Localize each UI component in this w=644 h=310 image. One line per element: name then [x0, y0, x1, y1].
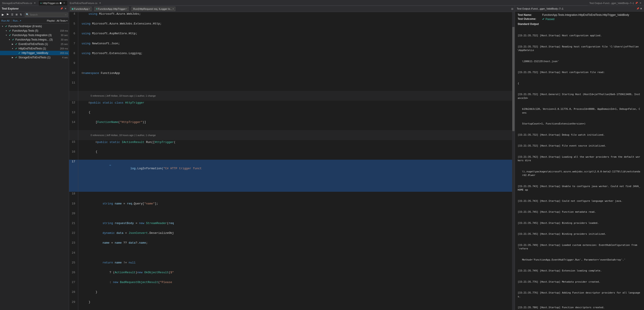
- log-line-15: [15:21:35.776] [Host.Startup] Metadata p…: [518, 280, 641, 284]
- tree-item-httpendtoend[interactable]: ▾ ✔ HttpEndToEndTests (1) 269 ms: [0, 46, 69, 51]
- toolbar-icon-group[interactable]: ⊞: [15, 13, 18, 16]
- tab-endtoend[interactable]: EndToEndTestFixture.cs ✕: [68, 0, 104, 5]
- expand-icon-6: [14, 51, 17, 54]
- test-output-content: Test Name: FunctionApp.Tests.Integration…: [515, 11, 644, 310]
- log-line-9: [15:21:35.743] [Host.Startup] Could not …: [518, 199, 641, 203]
- item-label-5: HttpEndToEndTests (1): [18, 47, 58, 50]
- icon-functionapp: ▣: [72, 7, 74, 10]
- test-explorer-panel: Test Explorer 📌 ✕ ▶ ⚑ ☰ ⊞ ⇅ 🔍 →: [0, 6, 69, 310]
- expand-icon-2[interactable]: ▾: [5, 34, 8, 37]
- code-line-15: 15 ⊟public static IActionResult Run([Htt…: [69, 140, 512, 150]
- tree-item-integration3[interactable]: ▾ ✔ FunctionApp.Tests.Integration (3) 30…: [0, 33, 69, 37]
- tree-item-eventendtoend[interactable]: ▶ ✔ EventEndToEndTests (1) 25 sec: [0, 42, 69, 46]
- pin-icon[interactable]: 📌: [635, 2, 638, 4]
- code-content-area[interactable]: 4 using Microsoft.Azure.WebJobs; 5 using…: [69, 12, 515, 310]
- code-line-29: 29 }: [69, 300, 512, 310]
- tab-test-output-close[interactable]: ✕: [639, 1, 642, 5]
- test-name-label: Test Name:: [518, 13, 542, 16]
- status-icon-5: ✔: [15, 47, 18, 50]
- item-duration-3: 30 sec: [60, 38, 68, 41]
- tab-httptrigger-close[interactable]: ✕: [62, 1, 66, 5]
- pass-check-icon: ✔: [542, 17, 544, 21]
- close-icon-right[interactable]: ✕: [640, 7, 642, 10]
- tab-storage[interactable]: StorageEndToEndTests.cs ✕: [0, 0, 38, 5]
- status-icon-1: ✔: [8, 29, 12, 32]
- log-line-2b: \180611-152135\host.json': [518, 60, 641, 63]
- item-duration-2: 30 sec: [60, 34, 68, 36]
- test-outcome-row: Test Outcome: ✔ Passed: [518, 17, 641, 21]
- toolbar-icon-list[interactable]: ☰: [10, 13, 14, 16]
- log-line-1: [15:21:35.732] [Host.Startup] Host confi…: [518, 34, 641, 38]
- toolbar-icon-sort[interactable]: ⇅: [19, 13, 23, 16]
- tab-storage-close[interactable]: ✕: [33, 1, 36, 5]
- chevron-1: ▾: [89, 8, 90, 10]
- breadcrumb-2[interactable]: ⊕ FunctionApp.HttpTrigger ▾: [94, 7, 129, 11]
- code-line-27: 27 : new BadRequestObjectResult("Please: [69, 280, 512, 290]
- run-all-link[interactable]: Run All: [1, 19, 9, 22]
- code-vertical-scrollbar[interactable]: [512, 12, 515, 310]
- expand-icon-1[interactable]: ▾: [5, 29, 8, 32]
- tree-item-integra3[interactable]: ▾ ✔ FunctionApp.Tests.Integra... (3) 30 …: [0, 37, 69, 42]
- toolbar-icon-debug[interactable]: ⚑: [5, 12, 10, 17]
- search-input[interactable]: [30, 13, 64, 16]
- item-label-1: FunctionApp.Tests (5): [12, 29, 58, 32]
- breadcrumb-1[interactable]: ▣ FunctionApp ▾: [70, 7, 92, 11]
- run-bar: Run All | Run... ▾ Playlist : All Tests …: [0, 18, 69, 24]
- log-line-10: [15:21:35.745] [Host.Startup] Function m…: [518, 210, 641, 214]
- playlist-bar-inline: Playlist : All Tests ▾: [47, 19, 68, 22]
- code-line-8: 8 using Microsoft.Extensions.Logging;: [69, 51, 512, 61]
- tree-item-storageendtoend[interactable]: ▶ ✔ StorageEndToEndTests (1) 4 sec: [0, 55, 69, 60]
- code-line-28: 28 }: [69, 290, 512, 300]
- pin-icon-left[interactable]: 📌: [60, 7, 63, 10]
- standard-output-section: Standard Output [15:21:35.732] [Host.Sta…: [518, 22, 641, 310]
- pin-icon-right[interactable]: 📌: [636, 7, 639, 10]
- tree-item-functiontesthelper[interactable]: ▾ ✔ FunctionTestHelper (8 tests): [0, 24, 69, 28]
- tree-item-httptrigger-validbody[interactable]: ✔ HttpTrigger_ValidBody 269 ms: [0, 51, 69, 55]
- playlist-link[interactable]: All Tests: [56, 19, 66, 22]
- status-icon-0: ✔: [5, 25, 8, 28]
- tab-storage-label: StorageEndToEndTests.cs: [2, 2, 32, 4]
- test-outcome-value: ✔ Passed: [542, 17, 641, 21]
- code-line-10: 10 ⊟namespace FunctionApp: [69, 71, 512, 81]
- tab-endtoend-close[interactable]: ✕: [98, 1, 102, 5]
- expand-icon-3[interactable]: ▾: [8, 38, 11, 41]
- log-line-4b: b19b2db3c120, Version=2.0.11776.0, Proce…: [518, 107, 641, 115]
- expand-icon-0[interactable]: ▾: [1, 25, 4, 28]
- run-dropdown[interactable]: Run... ▾: [13, 19, 22, 22]
- tab-httptrigger[interactable]: ● HttpTrigger.cs ✕: [38, 0, 68, 5]
- item-duration-7: 4 sec: [61, 56, 68, 59]
- toolbar-icon-run[interactable]: ▶: [1, 12, 5, 17]
- tab-httptrigger-label: HttpTrigger.cs: [43, 2, 58, 4]
- log-output-content: [15:21:35.732] [Host.Startup] Host confi…: [518, 26, 641, 310]
- item-duration-1: 158 ms: [59, 29, 68, 32]
- expand-icon-4[interactable]: ▶: [11, 42, 14, 46]
- icon-httptrigger-bc: ⊕: [96, 7, 98, 10]
- breadcrumb-sep-1: ›: [92, 7, 93, 10]
- tab-test-output[interactable]: Test Output–Funct...gger_ValidBody–7–1 📌…: [588, 0, 644, 5]
- code-line-14: 14 [FunctionName("HttpTrigger")]: [69, 120, 512, 130]
- breadcrumb-1-label: FunctionApp: [74, 7, 88, 10]
- playlist-arrow[interactable]: ▾: [66, 19, 68, 22]
- item-duration-6: 269 ms: [59, 52, 68, 54]
- search-box[interactable]: 🔍 →: [25, 12, 68, 17]
- search-submit-icon[interactable]: →: [64, 13, 67, 16]
- status-icon-3: ✔: [12, 38, 15, 41]
- test-explorer-title-bar: Test Explorer 📌 ✕: [0, 6, 69, 11]
- item-duration-5: 269 ms: [59, 47, 68, 50]
- code-line-5: 5 using Microsoft.Azure.WebJobs.Extensio…: [69, 22, 512, 32]
- breadcrumb-3[interactable]: Run(HttpRequest req, ILogger lo... ▾: [132, 7, 175, 11]
- code-line-11: 11: [69, 81, 512, 91]
- run-label: Run...: [13, 19, 20, 22]
- breadcrumb-2-label: FunctionApp.HttpTrigger: [98, 7, 126, 10]
- test-explorer-title: Test Explorer: [2, 7, 19, 10]
- expand-icon-5[interactable]: ▾: [11, 47, 14, 50]
- code-info-1: 0 references | Jeff Hollan, 18 hours ago…: [69, 91, 512, 101]
- close-icon-left[interactable]: ✕: [64, 7, 67, 10]
- pencil-icon: ✏: [110, 163, 111, 167]
- expand-icon-7[interactable]: ▶: [11, 56, 14, 59]
- code-tab-bar: StorageEndToEndTests.cs ✕ ● HttpTrigger.…: [0, 0, 644, 6]
- expand-editor-icon[interactable]: ⊞: [511, 7, 514, 11]
- tree-item-tests5[interactable]: ▾ ✔ FunctionApp.Tests (5) 158 ms: [0, 28, 69, 33]
- pass-text: Passed: [546, 17, 554, 21]
- code-scrollbar-thumb: [512, 27, 514, 131]
